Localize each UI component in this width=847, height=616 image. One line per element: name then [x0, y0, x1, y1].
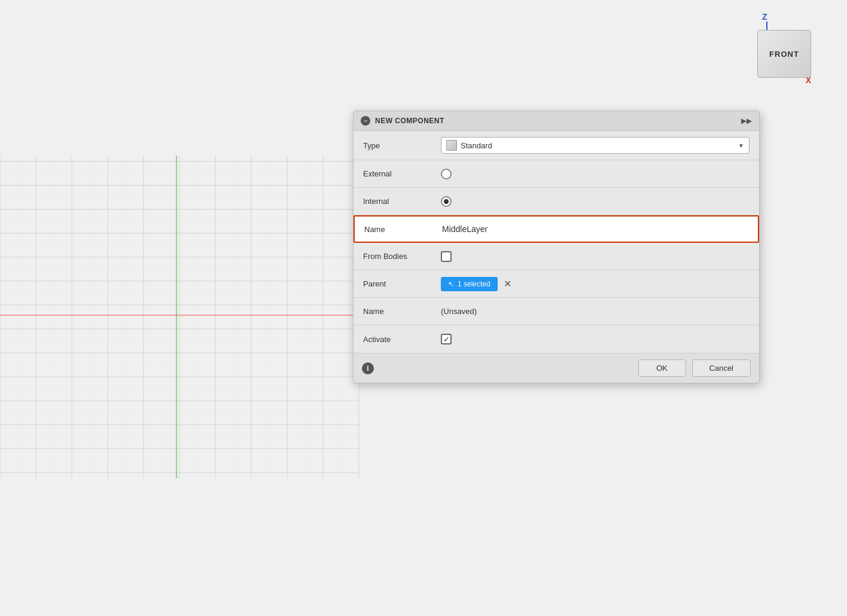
- parent-name-value: (Unsaved): [441, 307, 477, 316]
- footer-buttons: OK Cancel: [638, 359, 751, 377]
- axis-indicator: Z X FRONT: [745, 12, 811, 90]
- parent-select-button[interactable]: ↖ 1 selected: [441, 277, 498, 291]
- type-content: Standard ▼: [441, 137, 749, 154]
- component-type-icon: [446, 140, 457, 151]
- name-row: Name: [354, 215, 759, 243]
- parent-clear-button[interactable]: ✕: [502, 278, 513, 289]
- external-label: External: [363, 169, 441, 178]
- internal-label: Internal: [363, 197, 441, 206]
- internal-radio[interactable]: [441, 196, 452, 207]
- type-row: Type Standard ▼: [354, 131, 759, 160]
- activate-row: Activate ✓: [354, 325, 759, 353]
- from-bodies-label: From Bodies: [363, 252, 441, 261]
- parent-selected-text: 1 selected: [458, 280, 490, 288]
- type-dropdown[interactable]: Standard ▼: [441, 137, 749, 154]
- checkbox-check-icon: ✓: [443, 336, 450, 343]
- cursor-icon: ↖: [448, 280, 454, 288]
- external-row: External: [354, 160, 759, 188]
- type-value: Standard: [461, 141, 492, 150]
- cancel-button[interactable]: Cancel: [692, 359, 751, 377]
- dialog-title: NEW COMPONENT: [375, 117, 444, 125]
- ok-button[interactable]: OK: [638, 359, 686, 377]
- from-bodies-checkbox[interactable]: [441, 251, 452, 262]
- parent-name-row: Name (Unsaved): [354, 298, 759, 325]
- info-icon[interactable]: i: [362, 362, 374, 374]
- parent-label: Parent: [363, 279, 441, 288]
- parent-name-content: (Unsaved): [441, 307, 749, 316]
- dialog-footer: i OK Cancel: [354, 353, 759, 383]
- dialog-header-left: NEW COMPONENT: [361, 116, 444, 126]
- z-axis-label: Z: [762, 12, 767, 22]
- view-cube[interactable]: FRONT: [757, 30, 811, 78]
- internal-row: Internal: [354, 188, 759, 215]
- from-bodies-content: [441, 251, 749, 262]
- dialog-collapse-icon[interactable]: [361, 116, 370, 126]
- from-bodies-row: From Bodies: [354, 243, 759, 270]
- activate-label: Activate: [363, 335, 441, 344]
- parent-content: ↖ 1 selected ✕: [441, 277, 749, 291]
- dialog-header: NEW COMPONENT ▶▶: [354, 111, 759, 131]
- external-content: [441, 169, 749, 179]
- external-radio[interactable]: [441, 169, 452, 179]
- parent-name-label: Name: [363, 307, 441, 316]
- dialog-forward-button[interactable]: ▶▶: [741, 117, 752, 125]
- name-label: Name: [364, 225, 442, 234]
- dialog-body: Type Standard ▼ External: [354, 131, 759, 353]
- name-content: [442, 224, 748, 234]
- name-input[interactable]: [442, 224, 748, 234]
- dropdown-arrow-icon: ▼: [738, 142, 744, 149]
- activate-content: ✓: [441, 334, 749, 344]
- activate-checkbox[interactable]: ✓: [441, 334, 452, 344]
- internal-content: [441, 196, 749, 207]
- new-component-dialog: NEW COMPONENT ▶▶ Type Standard ▼ Externa…: [353, 111, 760, 383]
- parent-row: Parent ↖ 1 selected ✕: [354, 270, 759, 298]
- type-label: Type: [363, 141, 441, 150]
